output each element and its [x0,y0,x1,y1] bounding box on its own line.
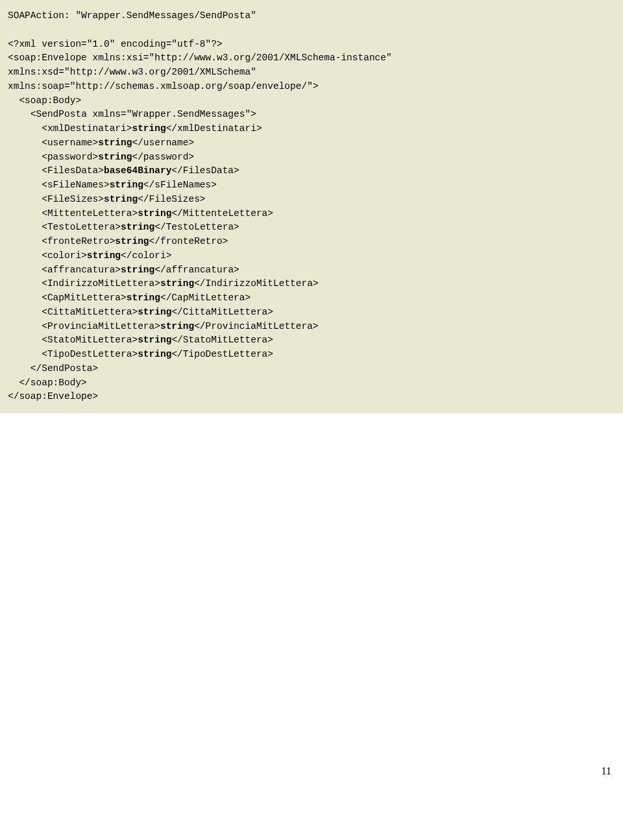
tag-value: string [138,307,171,317]
tag-value: string [160,278,194,289]
tag-value: string [138,335,171,345]
tag-close: </TestoLettera> [154,222,239,232]
tag-open: <affrancatura> [42,265,121,275]
tag-value: string [138,208,171,219]
tag-close: </ProvinciaMitLettera> [194,321,318,331]
tag-open: <sFileNames> [42,180,109,190]
tag-value: string [132,123,165,134]
tag-value: string [104,194,138,204]
tag-open: <CapMitLettera> [42,293,127,303]
tag-open: <TipoDestLettera> [42,349,138,359]
tag-close: </CapMitLettera> [160,293,250,303]
soap-request-code: SOAPAction: "Wrapper.SendMessages/SendPo… [0,0,623,413]
tag-close: </username> [132,138,194,148]
tag-close: </fronteRetro> [149,236,228,246]
tag-open: <password> [42,152,98,162]
tag-close: </FilesData> [171,165,239,176]
tag-value: base64Binary [104,165,171,176]
tag-value: string [115,236,149,246]
page-whitespace [0,413,623,763]
tag-open: <FileSizes> [42,194,104,204]
tag-close: </MittenteLettera> [171,208,273,219]
envelope-open-line1: <soap:Envelope xmlns:xsi="http://www.w3.… [8,53,397,63]
tag-open: <fronteRetro> [42,236,115,246]
tag-close: </IndirizzoMitLettera> [194,278,318,289]
tag-open: <IndirizzoMitLettera> [42,278,160,289]
tag-value: string [110,180,143,190]
tag-open: <StatoMitLettera> [42,335,138,345]
tag-close: </StatoMitLettera> [171,335,273,345]
envelope-close: </soap:Envelope> [8,391,98,402]
tag-open: <username> [42,138,98,148]
tag-open: <FilesData> [42,165,104,176]
tag-close: </TipoDestLettera> [171,349,273,359]
tag-close: </colori> [121,250,171,261]
tag-value: string [98,138,132,148]
page-number: 11 [0,763,623,786]
envelope-open-line3: xmlns:soap="http://schemas.xmlsoap.org/s… [8,81,319,91]
tag-value: string [138,349,171,359]
sendposta-close: </SendPosta> [31,363,98,374]
body-open: <soap:Body> [19,95,81,106]
tag-close: </password> [132,152,194,162]
soapaction-line: SOAPAction: "Wrapper.SendMessages/SendPo… [8,10,256,21]
tag-value: string [160,321,194,331]
body-close: </soap:Body> [19,378,86,388]
tag-open: <CittaMitLettera> [42,307,138,317]
envelope-open-line2: xmlns:xsd="http://www.w3.org/2001/XMLSch… [8,67,262,77]
tag-open: <ProvinciaMitLettera> [42,321,160,331]
tag-value: string [121,222,154,232]
tag-open: <colori> [42,250,87,261]
tag-open: <xmlDestinatari> [42,123,132,134]
tag-close: </CittaMitLettera> [171,307,273,317]
tag-close: </affrancatura> [154,265,239,275]
sendposta-open: <SendPosta xmlns="Wrapper.SendMessages"> [31,109,256,119]
tag-value: string [87,250,121,261]
xml-declaration: <?xml version="1.0" encoding="utf-8"?> [8,39,223,49]
tag-close: </sFileNames> [143,180,217,190]
tag-close: </FileSizes> [138,194,205,204]
tag-open: <TestoLettera> [42,222,121,232]
tag-open: <MittenteLettera> [42,208,138,219]
tag-value: string [98,152,132,162]
tag-value: string [121,265,154,275]
tag-value: string [127,293,160,303]
tag-close: </xmlDestinatari> [166,123,262,134]
